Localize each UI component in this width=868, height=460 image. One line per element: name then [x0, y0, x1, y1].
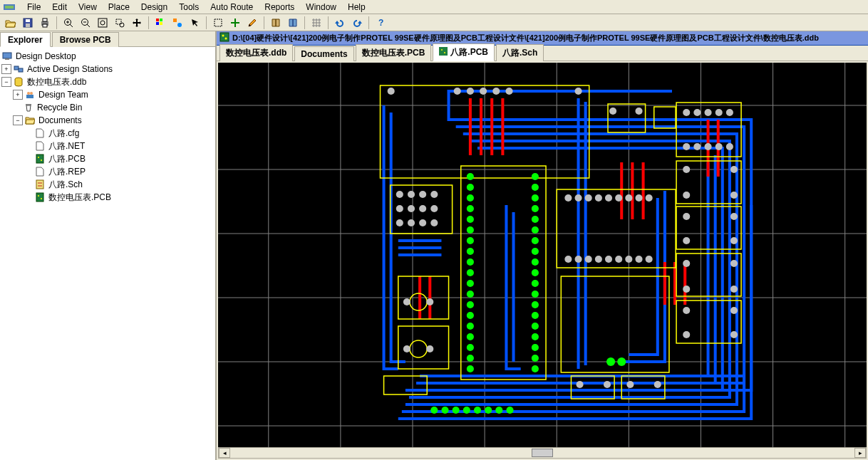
content-area: Explorer Browse PCB Design Desktop + Act…	[0, 31, 868, 460]
svg-point-96	[467, 365, 474, 372]
svg-point-157	[683, 166, 690, 173]
select-icon[interactable]	[187, 16, 202, 30]
tree-label: Design Team	[38, 90, 88, 100]
tree-file[interactable]: 八路.REP	[1, 165, 214, 178]
tree-stations[interactable]: + Active Design Stations	[1, 63, 214, 75]
tree-file-sch[interactable]: 八路.Sch	[1, 178, 214, 191]
svg-point-139	[396, 205, 403, 212]
shapes-icon[interactable]	[170, 16, 185, 30]
doc-tab[interactable]: Documents	[294, 46, 353, 61]
svg-point-151	[726, 109, 733, 116]
svg-point-27	[27, 92, 30, 95]
svg-point-33	[41, 160, 42, 161]
book-icon[interactable]	[268, 16, 284, 30]
svg-point-141	[419, 205, 426, 212]
tree-file-pcb[interactable]: 八路.PCB	[1, 152, 214, 165]
tree-file[interactable]: 八路.NET	[1, 140, 214, 152]
save-icon[interactable]	[20, 16, 36, 30]
doc-tab[interactable]: 八路.Sch	[496, 44, 544, 61]
book-icon[interactable]	[285, 16, 301, 30]
svg-rect-15	[160, 19, 162, 21]
svg-point-140	[408, 205, 415, 212]
menu-reports[interactable]: Reports	[259, 1, 300, 14]
scroll-left-icon[interactable]: ◂	[219, 448, 230, 458]
pencil-icon[interactable]	[244, 16, 260, 30]
cut-icon[interactable]	[210, 16, 226, 30]
svg-point-84	[467, 237, 474, 244]
tab-label: 八路.Sch	[502, 47, 537, 59]
toolbar-divider	[264, 16, 264, 29]
doc-tab[interactable]: 数控电压表.PCB	[356, 44, 432, 61]
main-area: D:\[04]硬件设计\[421]200例电子制作PROTEL 99SE硬件原理…	[217, 31, 868, 460]
tab-label: Documents	[301, 49, 347, 59]
print-icon[interactable]	[37, 16, 53, 30]
svg-point-80	[467, 194, 474, 202]
toolbar-divider	[206, 16, 207, 29]
horizontal-scrollbar[interactable]: ◂ ▸	[218, 447, 867, 459]
grid-icon[interactable]	[309, 16, 324, 30]
tree-team[interactable]: + Design Team	[1, 88, 214, 101]
tree-recycle[interactable]: Recycle Bin	[1, 101, 214, 114]
undo-icon[interactable]	[332, 16, 348, 30]
menu-file[interactable]: File	[21, 1, 46, 14]
svg-rect-6	[43, 19, 47, 21]
svg-point-158	[730, 166, 738, 173]
expand-icon[interactable]: +	[1, 64, 11, 74]
svg-point-159	[683, 192, 690, 199]
cross-icon[interactable]	[227, 16, 243, 30]
expand-icon[interactable]: +	[13, 90, 23, 100]
tree-file-pcb[interactable]: 数控电压表.PCB	[1, 191, 214, 204]
pan-icon[interactable]	[129, 16, 145, 30]
menu-help[interactable]: Help	[342, 1, 371, 14]
redo-icon[interactable]	[349, 16, 365, 30]
menu-place[interactable]: Place	[103, 1, 135, 14]
svg-point-127	[575, 88, 582, 95]
database-icon	[13, 76, 24, 88]
menu-edit[interactable]: Edit	[46, 1, 73, 14]
svg-point-98	[532, 184, 539, 191]
tree-documents-folder[interactable]: − Documents	[1, 114, 214, 127]
svg-point-43	[444, 52, 445, 53]
svg-point-189	[635, 256, 642, 263]
menu-design[interactable]: Design	[135, 1, 173, 14]
menu-window[interactable]: Window	[300, 1, 342, 14]
tree-root[interactable]: Design Desktop	[1, 50, 214, 63]
scroll-right-icon[interactable]: ▸	[854, 448, 866, 458]
tab-explorer[interactable]: Explorer	[0, 32, 51, 47]
menu-view[interactable]: View	[73, 1, 103, 14]
zoom-fit-icon[interactable]	[95, 16, 110, 30]
svg-point-176	[595, 194, 602, 202]
tree-ddb[interactable]: − 数控电压表.ddb	[1, 75, 214, 88]
open-icon[interactable]	[3, 16, 19, 30]
svg-point-115	[532, 365, 539, 372]
svg-point-147	[683, 109, 690, 116]
svg-point-108	[532, 291, 539, 298]
scroll-thumb[interactable]	[532, 449, 553, 457]
project-tree[interactable]: Design Desktop + Active Design Stations …	[0, 47, 215, 460]
zoom-area-icon[interactable]	[112, 16, 128, 30]
svg-point-143	[396, 219, 403, 226]
menu-autoroute[interactable]: Auto Route	[205, 1, 259, 14]
palette-icon[interactable]	[153, 16, 168, 30]
doc-tab[interactable]: 八路.PCB	[433, 43, 495, 61]
doc-tab[interactable]: 数控电压表.ddb	[219, 44, 293, 61]
help-icon[interactable]: ?	[373, 16, 388, 30]
collapse-icon[interactable]: −	[1, 77, 11, 87]
collapse-icon[interactable]: −	[13, 115, 23, 125]
pcb-canvas[interactable]	[218, 63, 867, 447]
pcb-icon	[34, 192, 46, 203]
svg-point-95	[467, 355, 474, 362]
svg-point-94	[467, 344, 474, 351]
svg-point-182	[564, 256, 572, 263]
tree-file[interactable]: 八路.cfg	[1, 127, 214, 140]
svg-rect-38	[220, 33, 229, 41]
pcb-icon	[439, 47, 448, 58]
zoom-in-icon[interactable]	[61, 16, 76, 30]
svg-point-145	[419, 219, 426, 226]
file-icon	[34, 127, 46, 139]
tab-browse-pcb[interactable]: Browse PCB	[52, 32, 119, 47]
toolbar-divider	[148, 16, 149, 29]
zoom-out-icon[interactable]	[78, 16, 93, 30]
svg-point-183	[575, 256, 582, 263]
menu-tools[interactable]: Tools	[173, 1, 205, 14]
